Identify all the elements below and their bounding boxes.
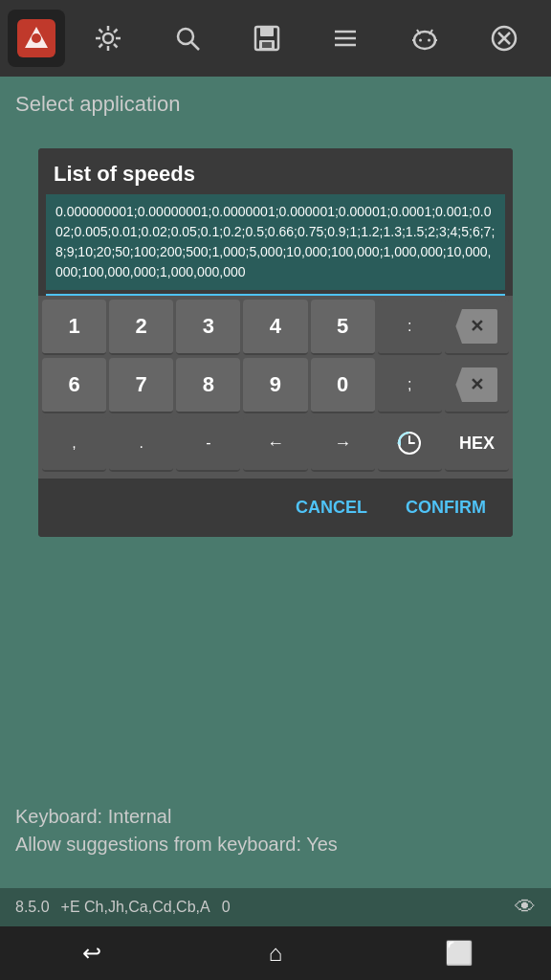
- android-icon[interactable]: [400, 13, 450, 63]
- key-colon[interactable]: :: [378, 300, 442, 355]
- svg-line-9: [114, 44, 118, 48]
- cancel-button[interactable]: CANCEL: [284, 490, 379, 525]
- key-3[interactable]: 3: [176, 300, 240, 355]
- key-minus[interactable]: -: [176, 416, 240, 472]
- svg-line-8: [99, 30, 103, 33]
- bottom-info: Keyboard: Internal Allow suggestions fro…: [0, 806, 551, 856]
- key-row-1: 1 2 3 4 5 : ✕: [42, 300, 509, 355]
- dialog-input-area[interactable]: 0.000000001;0.00000001;0.0000001;0.00000…: [46, 194, 505, 290]
- keyboard-label: Keyboard: Internal: [15, 806, 536, 828]
- key-7[interactable]: 7: [109, 358, 173, 413]
- key-hex[interactable]: HEX: [445, 416, 509, 472]
- nav-home-button[interactable]: ⌂: [247, 932, 304, 974]
- nav-bar: ↩ ⌂ ⬜: [0, 926, 551, 980]
- key-1[interactable]: 1: [42, 300, 106, 355]
- svg-line-10: [114, 30, 118, 33]
- key-arrow-left[interactable]: ←: [243, 416, 307, 472]
- nav-recent-button[interactable]: ⬜: [430, 932, 488, 974]
- settings-icon[interactable]: [83, 13, 133, 63]
- key-5[interactable]: 5: [311, 300, 375, 355]
- key-comma[interactable]: ,: [42, 416, 106, 472]
- svg-rect-15: [260, 27, 274, 36]
- svg-point-22: [419, 39, 422, 42]
- dialog-title: List of speeds: [38, 148, 513, 194]
- key-backspace[interactable]: ✕: [445, 300, 509, 355]
- key-backspace-word[interactable]: ✕: [445, 358, 509, 413]
- svg-point-3: [103, 33, 113, 43]
- eye-icon: 👁: [515, 895, 536, 920]
- keyboard: 1 2 3 4 5 : ✕ 6 7 8 9 0 ; ✕ , . - ←: [38, 296, 513, 479]
- dialog-input-text: 0.000000001;0.00000001;0.0000001;0.00000…: [55, 202, 496, 282]
- key-2[interactable]: 2: [109, 300, 173, 355]
- dialog: List of speeds 0.000000001;0.00000001;0.…: [38, 148, 513, 537]
- confirm-button[interactable]: CONFIRM: [394, 490, 497, 525]
- key-6[interactable]: 6: [42, 358, 106, 413]
- key-8[interactable]: 8: [176, 358, 240, 413]
- key-arrow-right[interactable]: →: [311, 416, 375, 472]
- zero-text: 0: [222, 899, 231, 916]
- version-text: 8.5.0: [15, 899, 50, 916]
- app-icon[interactable]: [8, 10, 65, 67]
- allow-suggestions-label: Allow suggestions from keyboard: Yes: [15, 834, 536, 856]
- key-row-2: 6 7 8 9 0 ; ✕: [42, 358, 509, 413]
- key-semicolon[interactable]: ;: [378, 358, 442, 413]
- status-bar: 8.5.0 +E Ch,Jh,Ca,Cd,Cb,A 0 👁: [0, 888, 551, 926]
- search-icon[interactable]: [163, 13, 212, 63]
- key-4[interactable]: 4: [243, 300, 307, 355]
- key-0[interactable]: 0: [311, 358, 375, 413]
- dialog-buttons: CANCEL CONFIRM: [38, 479, 513, 537]
- svg-point-23: [428, 39, 430, 42]
- key-clock[interactable]: [378, 416, 442, 472]
- close-icon[interactable]: [479, 13, 529, 63]
- toolbar-icons: [69, 13, 543, 63]
- key-9[interactable]: 9: [243, 358, 307, 413]
- svg-line-13: [191, 42, 199, 50]
- key-row-3: , . - ← → HEX: [42, 416, 509, 472]
- svg-point-21: [414, 32, 435, 49]
- svg-point-2: [32, 33, 41, 43]
- extra-text: +E Ch,Jh,Ca,Cd,Cb,A: [61, 899, 210, 916]
- svg-line-11: [99, 44, 103, 48]
- svg-rect-17: [262, 42, 272, 48]
- toolbar: [0, 0, 551, 77]
- list-icon[interactable]: [320, 13, 370, 63]
- select-app-label: Select application: [15, 92, 536, 117]
- svg-point-12: [178, 29, 193, 44]
- save-icon[interactable]: [242, 13, 292, 63]
- nav-back-button[interactable]: ↩: [63, 932, 121, 974]
- key-dot[interactable]: .: [109, 416, 173, 472]
